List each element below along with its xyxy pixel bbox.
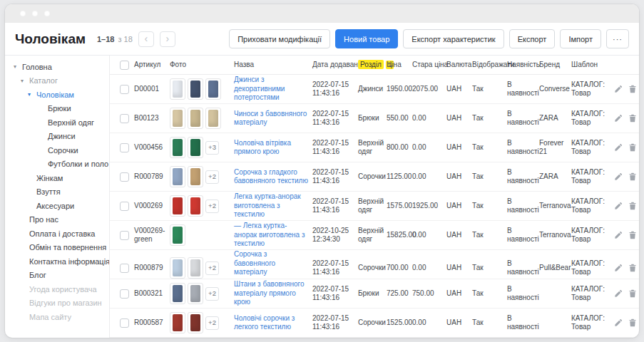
column-header-photo[interactable]: Фото: [170, 61, 234, 70]
product-name-link[interactable]: — Легка куртка-анорак виготовлена з текс…: [234, 222, 305, 247]
edit-button[interactable]: [614, 318, 623, 327]
edit-button[interactable]: [614, 172, 623, 181]
sidebar-item-label: Взуття: [36, 187, 61, 196]
sidebar-item[interactable]: ▾ Жінкам: [12, 171, 108, 185]
price-cell: 550.00: [387, 114, 412, 123]
delete-button[interactable]: [628, 85, 637, 93]
select-all-checkbox[interactable]: [120, 61, 129, 70]
trash-icon: [628, 231, 637, 239]
delete-button[interactable]: [628, 318, 637, 327]
row-checkbox[interactable]: [120, 202, 129, 211]
column-header-currency[interactable]: Валюта: [446, 61, 472, 70]
edit-button[interactable]: [614, 85, 623, 93]
import-button[interactable]: Імпорт: [560, 29, 601, 48]
sidebar-item[interactable]: ▾ Контактна інформація: [12, 254, 108, 269]
product-name-link[interactable]: Штани з бавовняного матеріалу прямого кр…: [234, 280, 305, 306]
pagination-next-button[interactable]: ›: [160, 31, 175, 47]
edit-button[interactable]: [614, 143, 623, 152]
row-checkbox[interactable]: [120, 114, 129, 123]
product-name-link[interactable]: Сорочка з гладкого бавовняного текстилю: [234, 168, 308, 185]
sidebar-item[interactable]: ▾ Чоловікам: [12, 88, 108, 102]
delete-button[interactable]: [628, 231, 637, 239]
delete-button[interactable]: [628, 114, 637, 123]
window-control-dot[interactable]: [32, 11, 38, 16]
sidebar-item[interactable]: ▾ Верхній одяг: [12, 115, 108, 130]
photo-cell: [170, 78, 234, 100]
display-cell: Так: [472, 85, 507, 94]
row-checkbox[interactable]: [120, 85, 129, 94]
sidebar-item[interactable]: ▾ Угода користувача: [12, 282, 108, 296]
column-header-date[interactable]: Дата додавання: [312, 61, 358, 70]
product-name-link[interactable]: Чоловіча вітрівка прямого крою: [234, 139, 291, 156]
sidebar-item[interactable]: ▾ Мапа сайту: [12, 310, 108, 324]
section-header-label: Розділ: [358, 60, 384, 69]
old-price-cell: 1925.00: [412, 202, 446, 211]
window-control-dot[interactable]: [44, 11, 50, 16]
sidebar-item[interactable]: ▾ Оплата і доставка: [12, 227, 108, 241]
new-product-button[interactable]: Новий товар: [335, 29, 398, 48]
sidebar-item[interactable]: ▾ Брюки: [12, 102, 108, 116]
row-checkbox[interactable]: [120, 231, 129, 240]
edit-button[interactable]: [614, 264, 623, 272]
column-header-availability[interactable]: Наявність: [507, 61, 539, 70]
export-button[interactable]: Експорт: [509, 29, 556, 48]
delete-button[interactable]: [628, 202, 637, 210]
edit-button[interactable]: [614, 289, 623, 298]
name-cell: Легка куртка-анорак виготовлена з тексти…: [234, 192, 312, 219]
sidebar-item[interactable]: ▾ Блог: [12, 269, 108, 283]
window-control-dot[interactable]: [20, 11, 26, 16]
row-checkbox[interactable]: [120, 143, 129, 152]
product-name-link[interactable]: Сорочка з бавовняного матеріалу притален…: [234, 250, 294, 279]
edit-button[interactable]: [614, 202, 623, 210]
row-checkbox[interactable]: [120, 172, 129, 182]
product-name-link[interactable]: Легка куртка-анорак виготовлена з тексти…: [234, 192, 301, 218]
product-name-link[interactable]: Чоловічі сорочки з легкого текстилю: [234, 314, 295, 331]
display-cell: Так: [472, 318, 507, 328]
sku-cell: V000456: [134, 143, 170, 152]
delete-button[interactable]: [628, 143, 637, 152]
more-photos-badge[interactable]: +2: [205, 200, 219, 213]
delete-button[interactable]: [628, 289, 637, 298]
sidebar-item[interactable]: ▾ Каталог: [12, 74, 108, 88]
column-header-brand[interactable]: Бренд: [539, 61, 571, 70]
row-checkbox[interactable]: [120, 264, 129, 273]
pagination-prev-button[interactable]: ‹: [138, 31, 154, 47]
sidebar-item[interactable]: ▾ Аксесуари: [12, 199, 108, 213]
export-characteristics-button[interactable]: Експорт характеристик: [403, 29, 504, 48]
sidebar-item[interactable]: ▾ Про нас: [12, 213, 108, 227]
sidebar-item[interactable]: ▾ Відгуки про магазин: [12, 296, 108, 311]
more-photos-badge[interactable]: +2: [205, 170, 219, 184]
hide-modifications-button[interactable]: Приховати модифікації: [229, 29, 330, 48]
delete-button[interactable]: [628, 172, 637, 181]
more-photos-badge[interactable]: +2: [205, 261, 219, 275]
photo-cell: +2: [170, 312, 234, 333]
column-header-name[interactable]: Назва: [234, 61, 312, 70]
sidebar-item[interactable]: ▾ Футболки и поло: [12, 157, 108, 172]
sidebar-item[interactable]: ▾ Джинси: [12, 130, 108, 144]
column-header-price[interactable]: Ціна: [387, 61, 412, 70]
sidebar-item[interactable]: ▾ Сорочки: [12, 143, 108, 157]
product-photo: [188, 312, 203, 333]
column-header-section[interactable]: Розділ⇅: [358, 61, 387, 70]
date-cell: 2022-07-15 11:43:16: [312, 110, 358, 128]
date-cell: 2022-07-15 11:43:16: [312, 168, 358, 186]
column-header-template[interactable]: Шаблон: [571, 61, 614, 70]
edit-button[interactable]: [614, 114, 623, 123]
sidebar-item[interactable]: ▾ Взуття: [12, 185, 108, 200]
delete-button[interactable]: [628, 264, 637, 272]
column-header-display[interactable]: Відображати: [472, 61, 507, 70]
sidebar-item[interactable]: ▾ Обмін та повернення: [12, 241, 108, 255]
column-header-old-price[interactable]: Стара ціна: [412, 61, 446, 70]
product-name-link[interactable]: Джинси з декоративними потертостями: [234, 76, 285, 101]
row-checkbox[interactable]: [120, 289, 129, 299]
more-photos-badge[interactable]: +2: [205, 316, 219, 330]
edit-button[interactable]: [614, 231, 623, 239]
more-actions-button[interactable]: ···: [606, 29, 629, 48]
more-photos-badge[interactable]: +2: [205, 287, 219, 301]
row-checkbox[interactable]: [120, 318, 129, 328]
more-photos-badge[interactable]: +3: [205, 141, 219, 155]
sidebar-item[interactable]: ▾ Головна: [12, 60, 108, 74]
product-name-link[interactable]: Чиноси з бавовняного матеріалу: [234, 110, 307, 127]
column-header-sku[interactable]: Артикул: [134, 61, 170, 70]
section-cell: Сорочки: [358, 172, 387, 182]
